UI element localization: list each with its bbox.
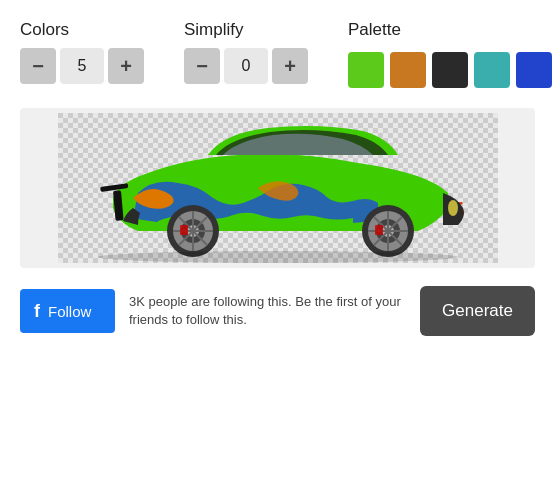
car-illustration: 5 [58,113,498,263]
svg-point-8 [448,200,458,216]
follow-label: Follow [48,303,91,320]
simplify-label: Simplify [184,20,244,40]
colors-stepper: − 5 + [20,48,144,84]
swatch-green[interactable] [348,52,384,88]
generate-button[interactable]: Generate [420,286,535,336]
colors-plus-button[interactable]: + [108,48,144,84]
colors-label: Colors [20,20,69,40]
colors-group: Colors − 5 + [20,20,144,84]
controls-row: Colors − 5 + Simplify − 0 + Palette [20,20,535,88]
simplify-stepper: − 0 + [184,48,308,84]
follow-description: 3K people are following this. Be the fir… [129,293,406,329]
swatch-blue[interactable] [516,52,552,88]
svg-rect-26 [180,225,188,235]
palette-label: Palette [348,20,401,40]
palette-group: Palette [348,20,552,88]
svg-rect-25 [375,225,383,235]
swatch-orange[interactable] [390,52,426,88]
bottom-row: f Follow 3K people are following this. B… [20,286,535,336]
swatch-teal[interactable] [474,52,510,88]
svg-point-27 [98,251,458,263]
colors-minus-button[interactable]: − [20,48,56,84]
simplify-minus-button[interactable]: − [184,48,220,84]
simplify-plus-button[interactable]: + [272,48,308,84]
colors-value: 5 [60,48,104,84]
simplify-group: Simplify − 0 + [184,20,308,84]
swatch-dark[interactable] [432,52,468,88]
facebook-icon: f [34,301,40,322]
follow-button[interactable]: f Follow [20,289,115,333]
car-image-container: 5 [20,108,535,268]
car-svg: 5 [48,108,508,268]
simplify-value: 0 [224,48,268,84]
main-container: Colors − 5 + Simplify − 0 + Palette [0,0,555,502]
palette-swatches [348,52,552,88]
